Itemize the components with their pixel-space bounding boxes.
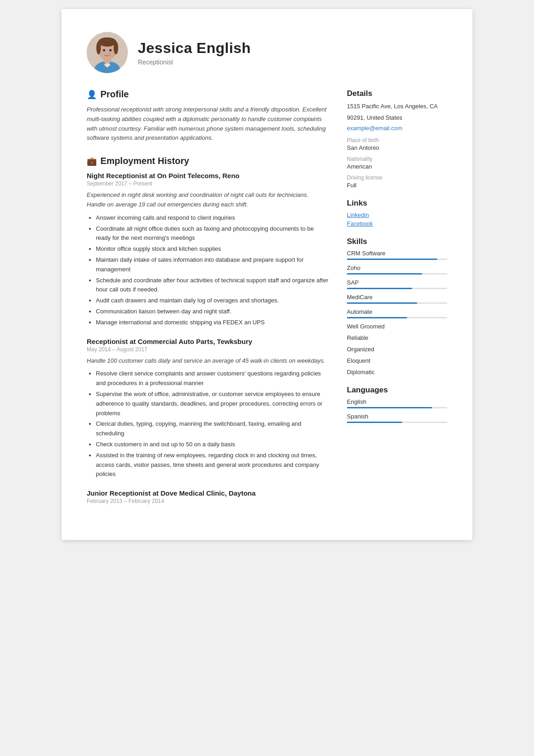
job-title: Night Receptionist at On Point Telecoms,…: [87, 172, 329, 180]
job-bullet: Audit cash drawers and maintain daily lo…: [96, 296, 329, 306]
job-item: Receptionist at Commercial Auto Parts, T…: [87, 338, 329, 480]
job-item: Junior Receptionist at Dove Medical Clin…: [87, 489, 329, 504]
skill-item: CRM Software: [347, 250, 447, 260]
skill-name: CRM Software: [347, 250, 447, 257]
skills-container: CRM Software Zoho SAP MediCare Automate: [347, 250, 447, 375]
skill-name: Diplomatic: [347, 369, 447, 375]
job-bullet: Assisted in the training of new employee…: [96, 451, 329, 479]
details-email[interactable]: example@email.com: [347, 125, 447, 132]
skill-bar-bg: [347, 259, 447, 260]
job-dates: September 2017 – Present: [87, 180, 329, 187]
body-layout: 👤 Profile Professional receptionist with…: [87, 89, 447, 517]
svg-point-7: [114, 42, 118, 54]
skill-bar-bg: [347, 317, 447, 318]
language-bar-bg: [347, 407, 447, 408]
languages-section: Languages English Spanish: [347, 386, 447, 423]
language-bar-fill: [347, 422, 402, 423]
language-item: English: [347, 398, 447, 408]
language-item: Spanish: [347, 413, 447, 423]
skill-name: Automate: [347, 308, 447, 315]
employment-section-title: 💼 Employment History: [87, 156, 329, 166]
resume-page: Jessica English Receptionist 👤 Profile P…: [62, 9, 472, 540]
job-bullet: Communication liaison between day and ni…: [96, 307, 329, 317]
skill-name: Reliable: [347, 334, 447, 341]
job-item: Night Receptionist at On Point Telecoms,…: [87, 172, 329, 327]
job-bullet: Check customers in and out up to 50 on a…: [96, 440, 329, 449]
driving-license-label: Driving license: [347, 174, 447, 181]
svg-point-10: [110, 49, 112, 52]
skill-bar-fill: [347, 302, 417, 304]
job-bullet: Clerical duties, typing, copying, mannin…: [96, 419, 329, 439]
skill-name: Eloquent: [347, 357, 447, 364]
links-section: Links LinkedinFacebook: [347, 199, 447, 227]
skill-item: MediCare: [347, 294, 447, 304]
job-bullet: Manage international and domestic shippi…: [96, 318, 329, 328]
skill-bar-bg: [347, 288, 447, 289]
employment-section: 💼 Employment History Night Receptionist …: [87, 156, 329, 504]
svg-point-9: [103, 49, 105, 52]
job-bullet: Resolve client service complaints and an…: [96, 369, 329, 388]
profile-text: Professional receptionist with strong in…: [87, 105, 329, 143]
driving-license-value: Full: [347, 182, 447, 189]
skill-name: SAP: [347, 279, 447, 286]
jobs-container: Night Receptionist at On Point Telecoms,…: [87, 172, 329, 504]
place-of-birth-label: Place of birth: [347, 137, 447, 143]
side-column: Details 1515 Pacific Ave, Los Angeles, C…: [347, 89, 447, 517]
header: Jessica English Receptionist: [87, 32, 447, 73]
links-title: Links: [347, 199, 447, 208]
job-bullet: Maintain daily intake of sales informati…: [96, 255, 329, 275]
skills-title: Skills: [347, 237, 447, 246]
main-column: 👤 Profile Professional receptionist with…: [87, 89, 329, 517]
svg-point-8: [99, 37, 115, 45]
skill-name: Organized: [347, 346, 447, 353]
skill-item: Reliable: [347, 334, 447, 341]
skill-name: Well Groomed: [347, 323, 447, 330]
skill-item: Automate: [347, 308, 447, 318]
skill-item: Well Groomed: [347, 323, 447, 330]
job-dates: May 2014 – August 2017: [87, 346, 329, 353]
details-section: Details 1515 Pacific Ave, Los Angeles, C…: [347, 89, 447, 189]
profile-icon: 👤: [87, 90, 97, 100]
job-bullets: Answer incoming calls and respond to cli…: [87, 213, 329, 328]
details-title: Details: [347, 89, 447, 98]
skill-bar-fill: [347, 273, 422, 275]
job-bullet: Answer incoming calls and respond to cli…: [96, 213, 329, 223]
skill-bar-bg: [347, 273, 447, 275]
profile-section: 👤 Profile Professional receptionist with…: [87, 89, 329, 143]
language-bar-fill: [347, 407, 432, 408]
language-bar-bg: [347, 422, 447, 423]
skill-item: Diplomatic: [347, 369, 447, 375]
nationality-label: Nationality: [347, 156, 447, 162]
job-bullet: Monitor office supply stock and kitchen …: [96, 244, 329, 254]
nationality-value: American: [347, 163, 447, 170]
job-bullet: Coordinate all night office duties such …: [96, 224, 329, 243]
job-title: Receptionist at Commercial Auto Parts, T…: [87, 338, 329, 345]
link-item[interactable]: Facebook: [347, 220, 447, 227]
job-dates: February 2013 – February 2014: [87, 498, 329, 504]
skill-bar-fill: [347, 259, 437, 260]
skill-name: Zoho: [347, 264, 447, 271]
skill-name: MediCare: [347, 294, 447, 301]
place-of-birth-value: San Antonio: [347, 144, 447, 151]
avatar: [87, 32, 128, 73]
skill-bar-fill: [347, 288, 412, 289]
skill-item: SAP: [347, 279, 447, 289]
candidate-subtitle: Receptionist: [138, 58, 251, 66]
header-text: Jessica English Receptionist: [138, 40, 251, 66]
languages-container: English Spanish: [347, 398, 447, 423]
job-bullet: Schedule and coordinate after hour activ…: [96, 276, 329, 295]
skill-item: Eloquent: [347, 357, 447, 364]
job-bullet: Supervise the work of office, administra…: [96, 390, 329, 418]
details-address-line2: 90291, United States: [347, 113, 447, 123]
svg-point-6: [96, 42, 101, 54]
skill-bar-fill: [347, 317, 407, 318]
languages-title: Languages: [347, 386, 447, 395]
language-name: English: [347, 398, 447, 405]
job-summary: Experienced in night desk working and co…: [87, 190, 329, 210]
language-name: Spanish: [347, 413, 447, 420]
job-summary: Handle 100 customer calls daily and serv…: [87, 356, 329, 366]
job-title: Junior Receptionist at Dove Medical Clin…: [87, 489, 329, 497]
candidate-name: Jessica English: [138, 40, 251, 57]
link-item[interactable]: Linkedin: [347, 211, 447, 218]
profile-section-title: 👤 Profile: [87, 89, 329, 100]
